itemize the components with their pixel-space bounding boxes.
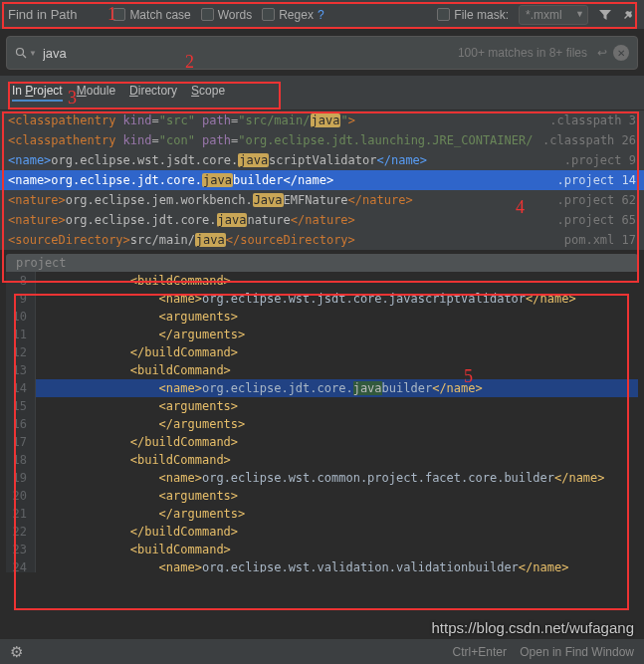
hint-shortcut: Ctrl+Enter (453, 645, 507, 659)
result-row[interactable]: <sourceDirectory>src/main/java</sourceDi… (0, 230, 644, 250)
code-preview[interactable]: 8 <buildCommand>9 <name>org.eclipse.wst.… (6, 272, 638, 572)
preview-line[interactable]: 10 <arguments> (6, 308, 638, 326)
preview-file-header: project (6, 254, 638, 272)
preview-line[interactable]: 14 <name>org.eclipse.jdt.core.javabuilde… (6, 379, 638, 397)
preview-line[interactable]: 11 </arguments> (6, 326, 638, 343)
preview-line[interactable]: 13 <buildCommand> (6, 361, 638, 379)
preview-line[interactable]: 23 <buildCommand> (6, 541, 638, 558)
dialog-title: Find in Path (8, 7, 77, 22)
preview-line[interactable]: 21 </arguments> (6, 505, 638, 523)
result-row[interactable]: <nature>org.eclipse.jem.workbench.JavaEM… (0, 190, 644, 210)
match-case-checkbox[interactable]: Match case (112, 8, 190, 22)
preview-line[interactable]: 17 </buildCommand> (6, 433, 638, 451)
gear-icon[interactable]: ⚙ (10, 643, 23, 661)
match-count: 100+ matches in 8+ files (458, 46, 587, 60)
tab-scope[interactable]: Scope (191, 82, 225, 102)
watermark: https://blog.csdn.net/wufagang (432, 619, 634, 636)
search-input[interactable] (43, 46, 458, 61)
preview-line[interactable]: 24 <name>org.eclipse.wst.validation.vali… (6, 558, 638, 572)
result-row[interactable]: <name>org.eclipse.jdt.core.javabuilder</… (0, 170, 644, 190)
preview-line[interactable]: 18 <buildCommand> (6, 451, 638, 469)
scope-tabs: In ProjectModuleDirectoryScope (0, 76, 644, 111)
tab-module[interactable]: Module (77, 82, 115, 102)
result-row[interactable]: <name>org.eclipse.wst.jsdt.core.javascri… (0, 150, 644, 170)
status-bar: ⚙ Ctrl+Enter Open in Find Window (0, 638, 644, 664)
filter-icon[interactable] (598, 8, 612, 22)
preview-line[interactable]: 8 <buildCommand> (6, 272, 638, 290)
preview-line[interactable]: 16 </arguments> (6, 415, 638, 433)
preview-line[interactable]: 12 </buildCommand> (6, 343, 638, 361)
result-row[interactable]: <classpathentry kind="src" path="src/mai… (0, 111, 644, 130)
toolbar: Find in Path Match case Words Regex? Fil… (0, 0, 644, 30)
words-checkbox[interactable]: Words (201, 8, 252, 22)
newline-icon[interactable]: ↩ (597, 46, 607, 60)
svg-line-1 (23, 55, 26, 58)
regex-checkbox[interactable]: Regex? (262, 8, 323, 22)
search-field[interactable]: ▼ 100+ matches in 8+ files ↩ ✕ (6, 36, 638, 70)
search-icon (15, 47, 27, 59)
svg-point-0 (17, 49, 24, 56)
preview-line[interactable]: 9 <name>org.eclipse.wst.jsdt.core.javasc… (6, 290, 638, 308)
file-mask-checkbox[interactable]: File mask: (437, 8, 509, 22)
results-list: <classpathentry kind="src" path="src/mai… (0, 111, 644, 250)
preview-line[interactable]: 22 </buildCommand> (6, 523, 638, 541)
clear-icon[interactable]: ✕ (613, 45, 629, 61)
result-row[interactable]: <classpathentry kind="con" path="org.ecl… (0, 130, 644, 150)
hint-text: Open in Find Window (520, 645, 634, 659)
result-row[interactable]: <nature>org.eclipse.jdt.core.javanature<… (0, 210, 644, 230)
chevron-down-icon[interactable]: ▼ (575, 9, 584, 19)
regex-help-icon[interactable]: ? (318, 8, 324, 22)
preview-line[interactable]: 15 <arguments> (6, 397, 638, 415)
pin-icon[interactable] (622, 8, 636, 22)
tab-directory[interactable]: Directory (129, 82, 177, 102)
preview-line[interactable]: 19 <name>org.eclipse.wst.common.project.… (6, 469, 638, 487)
preview-line[interactable]: 20 <arguments> (6, 487, 638, 505)
tab-in-project[interactable]: In Project (12, 82, 63, 102)
history-dropdown-icon[interactable]: ▼ (29, 49, 37, 58)
